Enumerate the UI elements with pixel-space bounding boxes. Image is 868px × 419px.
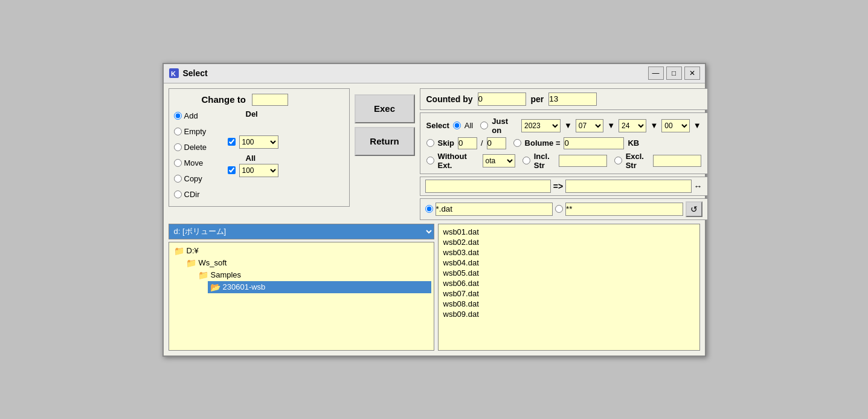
radio-add-input[interactable] <box>174 112 182 120</box>
radio-cdir-input[interactable] <box>174 190 182 198</box>
file-item[interactable]: wsb03.dat <box>441 247 697 258</box>
radio-empty-input[interactable] <box>174 128 182 135</box>
check2-row: 1005010 <box>228 164 278 177</box>
incl-str-radio[interactable] <box>522 157 530 164</box>
incl-str-label: Incl. Str <box>534 152 555 170</box>
day-select[interactable]: 242322 <box>619 119 646 132</box>
svg-text:K: K <box>171 70 176 77</box>
skip-input2[interactable] <box>487 137 506 149</box>
radio-cdir-label: CDir <box>184 190 220 199</box>
options-and-controls: Add Empty Delete Move <box>174 109 344 201</box>
skip-group: Skip / <box>426 137 506 149</box>
tree-item-230601[interactable]: 📂 230601-wsb <box>208 281 431 293</box>
close-button[interactable]: ✕ <box>684 67 700 80</box>
file-list[interactable]: wsb01.dat wsb02.dat wsb03.dat wsb04.dat … <box>438 224 700 351</box>
drive-row: d: [ボリューム] <box>169 224 434 239</box>
top-section: Change to Add Empty <box>169 88 700 220</box>
without-ext-select[interactable]: otadattxt <box>483 154 515 167</box>
radio-skip-input[interactable] <box>426 139 434 147</box>
file-item[interactable]: wsb04.dat <box>441 258 697 268</box>
pattern-input1[interactable] <box>436 203 553 216</box>
excl-str-input[interactable] <box>653 155 701 167</box>
radio-empty: Empty <box>174 125 220 138</box>
tree-item-ws[interactable]: 📁 Ws_soft <box>184 257 431 269</box>
excl-str-radio[interactable] <box>614 157 622 164</box>
incl-str-input[interactable] <box>559 155 607 167</box>
file-item[interactable]: wsb09.dat <box>441 309 697 319</box>
path-right-input[interactable] <box>565 180 691 193</box>
day-arrow: ▼ <box>650 121 658 130</box>
window-controls: — □ ✕ <box>648 67 700 80</box>
skip-input1[interactable] <box>458 137 477 149</box>
bolume-input[interactable] <box>564 137 624 149</box>
radio-group: Add Empty Delete Move <box>174 109 220 201</box>
all-option-label: All <box>465 121 473 130</box>
without-ext-label: Without Ext. <box>438 152 479 170</box>
tree-label-samples: Samples <box>211 270 242 279</box>
radio-copy: Copy <box>174 172 220 186</box>
without-ext-group: Without Ext. otadattxt <box>426 152 515 170</box>
year-select[interactable]: 202320222021 <box>521 119 561 132</box>
exec-button[interactable]: Exec <box>355 94 415 123</box>
main-content: Change to Add Empty <box>164 83 705 356</box>
dropdown2[interactable]: 1005010 <box>239 164 278 177</box>
radio-empty-label: Empty <box>184 127 220 136</box>
path-row: => ↔ <box>420 177 708 196</box>
file-item[interactable]: wsb07.dat <box>441 288 697 299</box>
per-input[interactable]: 13 <box>548 93 597 106</box>
pattern-radio2[interactable] <box>555 205 563 213</box>
radio-copy-input[interactable] <box>174 175 182 183</box>
select-group: Select All <box>426 121 474 130</box>
radio-move-input[interactable] <box>174 159 182 167</box>
change-to-panel: Change to Add Empty <box>169 88 350 207</box>
del-row: Del <box>228 109 278 119</box>
all-label: All <box>246 154 256 163</box>
action-buttons: Exec Return <box>355 88 415 156</box>
excl-str-label: Excl. Str <box>626 152 649 170</box>
just-on-label: Just on <box>492 117 518 135</box>
file-item[interactable]: wsb08.dat <box>441 299 697 309</box>
maximize-button[interactable]: □ <box>666 67 682 80</box>
radio-add: Add <box>174 109 220 123</box>
file-item[interactable]: wsb02.dat <box>441 237 697 247</box>
folder-tree[interactable]: 📁 D:¥ 📁 Ws_soft 📁 Samples <box>169 242 434 351</box>
counted-by-input[interactable]: 0 <box>478 93 526 106</box>
del-label: Del <box>246 109 258 119</box>
file-item[interactable]: wsb05.dat <box>441 268 697 278</box>
file-item[interactable]: wsb06.dat <box>441 278 697 288</box>
just-on-radio[interactable] <box>480 122 488 129</box>
pattern-radio1[interactable] <box>425 205 433 213</box>
month-select[interactable]: 070605 <box>576 119 603 132</box>
return-button[interactable]: Return <box>355 127 415 156</box>
radio-without-ext-input[interactable] <box>426 157 434 164</box>
main-window: K Select — □ ✕ Change to <box>162 63 706 357</box>
check1-row: 1005010 <box>228 135 278 149</box>
radio-delete-input[interactable] <box>174 143 182 151</box>
dropdown1[interactable]: 1005010 <box>239 135 278 149</box>
radio-delete: Delete <box>174 141 220 154</box>
change-to-input[interactable] <box>252 94 288 106</box>
filter-row2: Skip / Bolume = KB <box>426 137 701 149</box>
folder-panel: d: [ボリューム] 📁 D:¥ 📁 Ws_soft <box>169 224 434 351</box>
tree-item-d[interactable]: 📁 D:¥ <box>172 245 431 257</box>
bolume-radio[interactable] <box>513 139 521 147</box>
radio-copy-label: Copy <box>184 174 220 183</box>
pattern-input2[interactable] <box>565 203 683 216</box>
checkbox1[interactable] <box>228 138 236 146</box>
minimize-button[interactable]: — <box>648 67 664 80</box>
folder-icon-230601: 📂 <box>210 282 220 292</box>
arrow-symbol: => <box>553 181 563 191</box>
tree-item-samples[interactable]: 📁 Samples <box>196 269 431 281</box>
refresh-button[interactable]: ↺ <box>686 201 702 217</box>
file-item[interactable]: wsb01.dat <box>441 227 697 237</box>
radio-all-input[interactable] <box>453 122 461 129</box>
path-left-input[interactable] <box>425 180 551 193</box>
drive-select[interactable]: d: [ボリューム] <box>169 224 434 239</box>
hour-select[interactable]: 000112 <box>661 119 689 132</box>
title-bar: K Select — □ ✕ <box>164 64 705 83</box>
all-row: All <box>228 154 278 163</box>
bolume-label: Bolume = <box>525 138 561 148</box>
checkbox2[interactable] <box>228 166 236 174</box>
filter-row1: Select All Just on 202320222021 ▼ <box>426 117 701 135</box>
filter-box: Select All Just on 202320222021 ▼ <box>420 112 708 174</box>
